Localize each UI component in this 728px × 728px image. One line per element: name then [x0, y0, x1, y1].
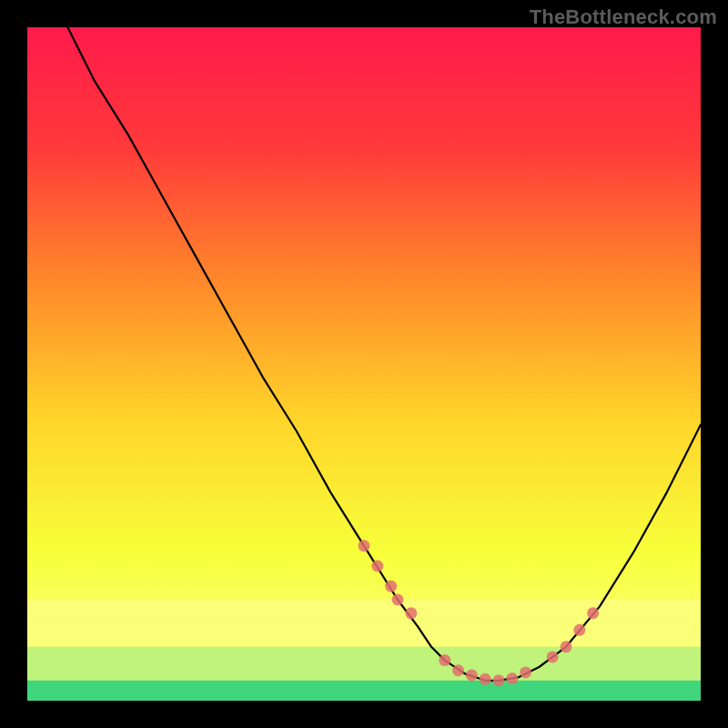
chart-svg	[27, 27, 701, 701]
data-marker	[405, 607, 417, 619]
data-marker	[452, 664, 464, 676]
watermark-text: TheBottleneck.com	[530, 5, 717, 29]
data-marker	[392, 594, 404, 606]
data-marker	[506, 672, 518, 684]
data-marker	[547, 651, 559, 662]
chart-frame: TheBottleneck.com	[0, 0, 728, 728]
data-marker	[520, 666, 531, 678]
band-2	[27, 681, 701, 701]
data-marker	[587, 607, 599, 619]
band-1	[27, 647, 701, 681]
data-marker	[385, 581, 397, 592]
data-marker	[359, 540, 370, 551]
data-marker	[371, 561, 383, 572]
data-marker	[466, 669, 478, 681]
data-marker	[480, 673, 491, 685]
data-marker	[561, 641, 572, 652]
data-marker	[573, 624, 585, 636]
plot-area	[27, 27, 701, 701]
data-marker	[439, 654, 450, 666]
data-marker	[493, 674, 505, 686]
